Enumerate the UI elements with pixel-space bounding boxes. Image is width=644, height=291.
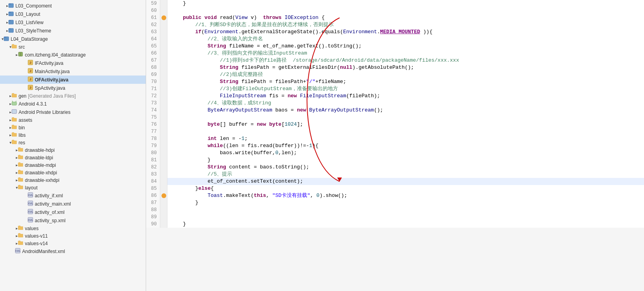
tree-item-ifactivity-java[interactable]: JIFActivity.java (0, 59, 146, 67)
tree-item-drawable-ldpi[interactable]: ▸ drawable-ldpi (0, 154, 146, 161)
code-content: } (167, 157, 644, 164)
gutter (160, 64, 167, 71)
project-icon (8, 19, 14, 26)
code-content (167, 214, 644, 221)
tree-item-activity-sp-xml[interactable]: XMLactivity_sp.xml (0, 216, 146, 225)
code-line-74: 74 ByteArrayOutputStream baos = new Byte… (146, 107, 644, 114)
tree-item-activity-if-xml[interactable]: XMLactivity_if.xml (0, 191, 146, 200)
line-number: 64 (146, 36, 160, 43)
gutter (160, 0, 167, 7)
folder-icon (11, 132, 17, 138)
code-content: String filesPath = getExternalFilesDir(n… (167, 64, 644, 71)
tree-item-label: drawable-xhdpi (25, 170, 57, 176)
tree-item-mainactivity-java[interactable]: JMainActivity.java (0, 67, 146, 76)
folder-icon (18, 225, 23, 231)
code-content: //5、提示 (167, 171, 644, 178)
project-icon (8, 11, 14, 17)
tree-item-gen[interactable]: ▸ gen[Generated Java Files] (0, 92, 146, 100)
tree-item-androidprivatelibraries[interactable]: ▸ Android Private Libraries (0, 108, 146, 116)
tree-item-libs[interactable]: ▸ libs (0, 131, 146, 139)
tree-item-l03-styletheme[interactable]: ▸ L03_StyleTheme (0, 26, 146, 35)
gutter (160, 114, 167, 121)
svg-rect-7 (9, 28, 11, 29)
code-line-61: 61 public void read(View v) throws IOExc… (146, 14, 644, 21)
tree-item-values-v14[interactable]: ▸ values-v14 (0, 240, 146, 247)
tree-item-values-v11[interactable]: ▸ values-v11 (0, 232, 146, 240)
android-icon (11, 100, 17, 107)
code-line-76: 76 byte[] buffer = new byte[1024]; (146, 121, 644, 128)
tree-item-label: values-v14 (25, 241, 48, 246)
folder-open-icon (18, 185, 23, 191)
line-number: 77 (146, 128, 160, 135)
tree-item-src[interactable]: ▾ src (0, 43, 146, 51)
tree-item-spactivity-java[interactable]: JSpActivity.java (0, 84, 146, 92)
line-number: 76 (146, 121, 160, 128)
folder-icon (18, 155, 23, 161)
code-line-87: 87 } (146, 199, 644, 206)
gutter (160, 14, 167, 21)
svg-text:J: J (30, 77, 31, 81)
line-number: 88 (146, 206, 160, 214)
tree-item-drawable-xhdpi[interactable]: ▸ drawable-xhdpi (0, 169, 146, 176)
gutter (160, 206, 167, 214)
code-content: } (167, 221, 644, 228)
svg-rect-1 (9, 4, 11, 4)
tree-item-l03-compoment[interactable]: ▸ L03_Compoment (0, 2, 146, 10)
code-content: }else{ (167, 185, 644, 192)
code-content: //3)创建FileOutputStream，准备要输出的地方 (167, 85, 644, 93)
tree-item-label: drawable-hdpi (25, 147, 54, 153)
code-editor: 59 }60 61 public void read(View v) throw… (146, 0, 644, 291)
code-line-65: 65 String fileName = et_of_name.getText(… (146, 43, 644, 50)
folder-icon (18, 170, 23, 176)
gutter (160, 50, 167, 57)
tree-item-label: values-v11 (25, 233, 48, 239)
line-number: 75 (146, 114, 160, 121)
tree-item-l03-layout[interactable]: ▸ L03_Layout (0, 10, 146, 18)
tree-item-drawable-mdpi[interactable]: ▸ drawable-mdpi (0, 161, 146, 169)
tree-item-l03-listview[interactable]: ▸ L03_ListView (0, 18, 146, 26)
breakpoint-marker (161, 193, 166, 198)
code-content: //3、得到指向文件的输出流InputStream (167, 50, 644, 57)
tree-item-drawable-xxhdpi[interactable]: ▸ drawable-xxhdpi (0, 176, 146, 184)
tree-item-values[interactable]: ▸ values (0, 225, 146, 232)
line-number: 83 (146, 171, 160, 178)
code-content: //1、判断SD卡的状态，如果是挂在的状态才继续，否则提示 (167, 21, 644, 28)
tree-item-ofactivity-java[interactable]: JOFActivity.java (0, 76, 146, 84)
tree-item-assets[interactable]: ▸ assets (0, 116, 146, 124)
tree-item-label: libs (19, 132, 26, 138)
gutter (160, 78, 167, 85)
folder-icon (11, 117, 17, 123)
gutter (160, 192, 167, 199)
line-number: 61 (146, 14, 160, 21)
tree-item-bin[interactable]: ▸ bin (0, 124, 146, 131)
svg-text:XML: XML (28, 202, 33, 205)
svg-line-21 (12, 101, 13, 102)
line-number: 66 (146, 50, 160, 57)
line-number: 80 (146, 149, 160, 157)
folder-icon (18, 240, 23, 246)
line-number: 67 (146, 57, 160, 64)
code-line-62: 62 //1、判断SD卡的状态，如果是挂在的状态才继续，否则提示 (146, 21, 644, 28)
tree-item-label: drawable-xxhdpi (25, 178, 59, 183)
code-line-73: 73 //4、读取数据，成String (146, 100, 644, 107)
file-tree[interactable]: ▸ L03_Compoment▸ L03_Layout▸ L03_ListVie… (0, 0, 146, 291)
folder-icon (18, 162, 23, 168)
tree-item-res[interactable]: ▾ res (0, 139, 146, 146)
tree-item-android431[interactable]: ▸ Android 4.3.1 (0, 100, 146, 108)
tree-item-l04-datastorage[interactable]: ▾ L04_DataStorage (0, 35, 146, 43)
tree-item-androidmanifest-xml[interactable]: XMLAndroidManifest.xml (0, 247, 146, 255)
svg-text:J: J (30, 86, 31, 89)
line-number: 82 (146, 164, 160, 171)
code-line-67: 67 //1)得到sd卡下的file路径 /storage/sdcard/And… (146, 57, 644, 64)
xml-icon: XML (28, 209, 33, 215)
folder-open-icon (11, 140, 17, 146)
tree-item-drawable-hdpi[interactable]: ▸ drawable-hdpi (0, 146, 146, 154)
code-line-72: 72 FileInputStream fis = new FileInputSt… (146, 93, 644, 100)
project-icon (8, 27, 14, 34)
code-content: } (167, 0, 644, 7)
tree-item-layout[interactable]: ▾ layout (0, 184, 146, 191)
tree-item-activity-of-xml[interactable]: XMLactivity_of.xml (0, 208, 146, 216)
tree-item-activity-main-xml[interactable]: XMLactivity_main.xml (0, 200, 146, 208)
code-content: //1)得到sd卡下的file路径 /storage/sdcard/Androi… (167, 57, 644, 64)
tree-item-com-itzheng-l04-datastorage[interactable]: ▸ com.itzheng.l04_datastorage (0, 51, 146, 59)
